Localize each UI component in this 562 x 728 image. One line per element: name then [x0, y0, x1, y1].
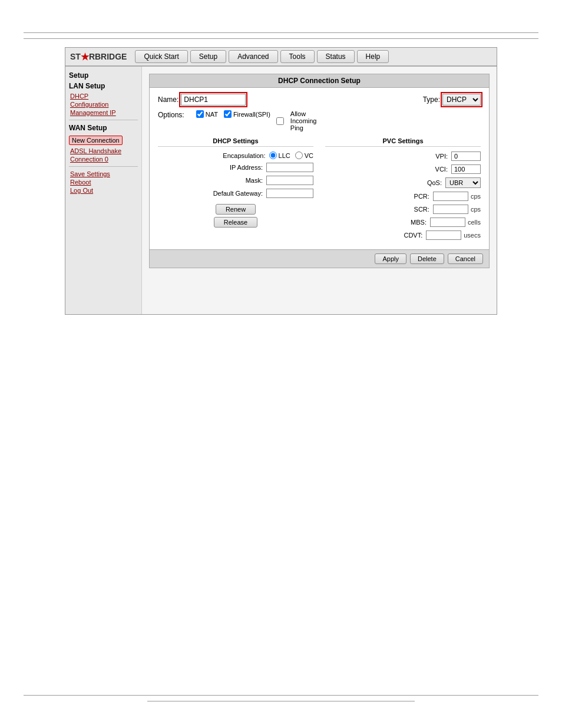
scr-row: SCR: cps	[325, 205, 481, 214]
scr-unit: cps	[471, 206, 481, 213]
nat-checkbox[interactable]	[196, 110, 204, 118]
cdvt-input[interactable]	[426, 230, 461, 240]
scr-label: SCR:	[414, 206, 429, 213]
firewall-check-item: Firewall(SPI)	[224, 110, 270, 118]
vpi-input[interactable]	[451, 151, 481, 161]
pcr-row: PCR: cps	[325, 192, 481, 201]
incoming-label: Incoming	[290, 117, 317, 124]
sidebar-item-adsl-handshake[interactable]: ADSL Handshake	[69, 147, 138, 154]
firewall-checkbox[interactable]	[224, 110, 232, 118]
vc-radio-item: VC	[295, 151, 313, 159]
firewall-label: Firewall(SPI)	[233, 111, 270, 118]
bottom-btn-row: Apply Delete Cancel	[150, 249, 489, 268]
encapsulation-radio-group: LLC VC	[269, 151, 313, 159]
sidebar-item-reboot[interactable]: Reboot	[69, 179, 138, 186]
sidebar: Setup LAN Setup DHCP Configuration Manag…	[65, 67, 142, 314]
type-label: Type:	[423, 95, 440, 104]
vpi-label: VPI:	[435, 153, 448, 160]
name-input[interactable]	[181, 94, 246, 106]
ping-label: Ping	[290, 124, 303, 131]
two-columns: DHCP Settings Encapsulation: LLC	[158, 137, 481, 243]
mask-input[interactable]	[266, 176, 313, 185]
default-gateway-row: Default Gateway:	[158, 189, 313, 198]
allow-checkbox[interactable]	[276, 117, 284, 125]
ip-address-row: IP Address:	[158, 163, 313, 172]
sidebar-item-save-settings[interactable]: Save Settings	[69, 170, 138, 177]
pvc-settings-col: PVC Settings VPI: VCI:	[325, 137, 481, 243]
vci-input[interactable]	[451, 164, 481, 174]
llc-radio-item: LLC	[269, 151, 290, 159]
sidebar-lan-title: LAN Setup	[69, 82, 138, 90]
type-select[interactable]: DHCP Static PPPoE PPPoA	[442, 94, 481, 106]
encapsulation-row: Encapsulation: LLC VC	[158, 151, 313, 159]
apply-button[interactable]: Apply	[375, 253, 406, 264]
allow-block: Allow Incoming Ping	[290, 110, 317, 131]
bottom-rule	[24, 695, 538, 696]
sidebar-item-logout[interactable]: Log Out	[69, 187, 138, 194]
qos-label: QoS:	[427, 179, 442, 186]
options-row: Options: NAT Firewall(SPI)	[158, 110, 481, 131]
nav-advanced[interactable]: Advanced	[229, 50, 277, 63]
vc-radio[interactable]	[295, 151, 303, 159]
cdvt-row: CDVT: usecs	[325, 230, 481, 240]
content-area: Setup LAN Setup DHCP Configuration Manag…	[65, 67, 497, 314]
options-label: Options:	[158, 110, 184, 119]
sidebar-item-management-ip[interactable]: Management IP	[69, 109, 138, 116]
pcr-input[interactable]	[433, 192, 468, 201]
renew-button[interactable]: Renew	[216, 204, 256, 215]
panel-title: DHCP Connection Setup	[150, 74, 489, 88]
type-area: Type: DHCP Static PPPoE PPPoA	[423, 94, 481, 106]
dhcp-btn-row: Renew Release	[158, 204, 313, 228]
top-rule	[24, 32, 538, 33]
default-gateway-label: Default Gateway:	[213, 190, 263, 197]
logo-star: ★	[81, 51, 89, 62]
sidebar-divider-2	[69, 166, 138, 167]
top-rule2	[24, 38, 538, 39]
nav-help[interactable]: Help	[357, 50, 389, 63]
release-button[interactable]: Release	[214, 217, 257, 228]
vpi-row: VPI:	[325, 151, 481, 161]
ip-address-label: IP Address:	[230, 164, 263, 171]
panel-content: Name: Type: DHCP Static PPPoE PPP	[150, 88, 489, 249]
pcr-unit: cps	[471, 193, 481, 200]
mbs-input[interactable]	[430, 218, 465, 227]
llc-radio[interactable]	[269, 151, 277, 159]
qos-row: QoS: UBR CBR VBR	[325, 177, 481, 188]
nav-quick-start[interactable]: Quick Start	[135, 50, 187, 63]
nav-setup[interactable]: Setup	[190, 50, 226, 63]
bottom-rule2	[147, 701, 415, 701]
cancel-button[interactable]: Cancel	[448, 253, 483, 264]
sidebar-item-configuration[interactable]: Configuration	[69, 101, 138, 108]
sidebar-wan-title: WAN Setup	[69, 124, 138, 132]
pvc-settings-title: PVC Settings	[325, 137, 481, 147]
sidebar-item-dhcp[interactable]: DHCP	[69, 93, 138, 100]
vci-row: VCI:	[325, 164, 481, 174]
delete-button[interactable]: Delete	[410, 253, 444, 264]
dhcp-settings-col: DHCP Settings Encapsulation: LLC	[158, 137, 313, 243]
qos-select[interactable]: UBR CBR VBR	[445, 177, 481, 188]
cdvt-label: CDVT:	[404, 232, 422, 239]
sidebar-item-connection0[interactable]: Connection 0	[69, 156, 138, 163]
dhcp-settings-title: DHCP Settings	[158, 137, 313, 147]
ip-address-input[interactable]	[266, 163, 313, 172]
name-label: Name:	[158, 95, 178, 104]
panel-box: DHCP Connection Setup Name: Type:	[149, 74, 490, 268]
nav-bar: ST★RBRIDGE Quick Start Setup Advanced To…	[65, 48, 497, 67]
nav-status[interactable]: Status	[317, 50, 355, 63]
mbs-unit: cells	[468, 219, 481, 226]
nav-tools[interactable]: Tools	[280, 50, 315, 63]
main-panel: DHCP Connection Setup Name: Type:	[142, 67, 497, 314]
nat-check-item: NAT	[196, 110, 218, 118]
scr-input[interactable]	[433, 205, 468, 214]
allow-label: Allow	[290, 110, 306, 117]
default-gateway-input[interactable]	[266, 189, 313, 198]
name-row: Name:	[158, 94, 246, 106]
mask-row: Mask:	[158, 176, 313, 185]
allow-check-item: Allow Incoming Ping	[276, 110, 317, 131]
mask-label: Mask:	[246, 177, 263, 184]
sidebar-divider-1	[69, 120, 138, 120]
vc-label: VC	[305, 152, 313, 159]
encapsulation-label: Encapsulation:	[223, 152, 265, 159]
sidebar-item-new-connection[interactable]: New Connection	[69, 136, 123, 145]
logo: ST★RBRIDGE	[70, 51, 127, 62]
